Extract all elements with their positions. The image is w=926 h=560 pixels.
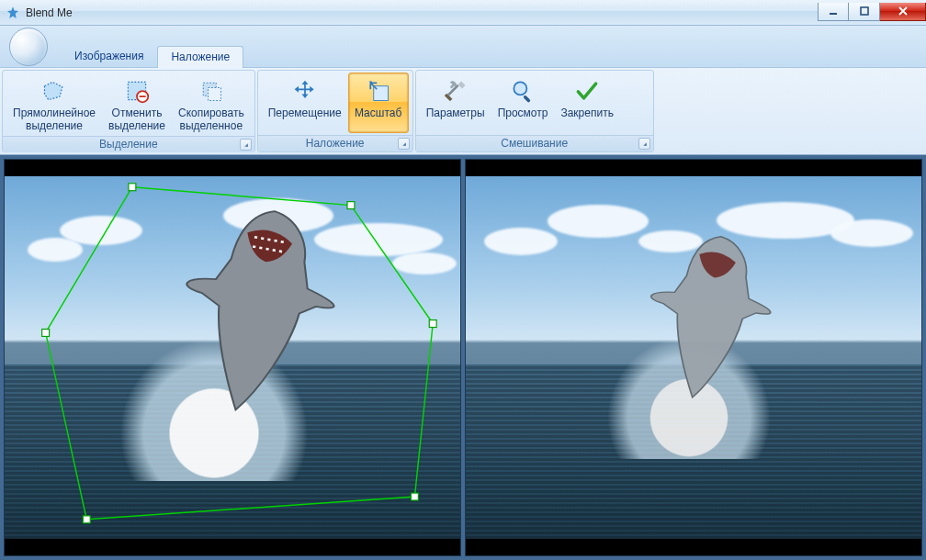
tools-icon bbox=[441, 76, 470, 106]
app-star-icon bbox=[6, 6, 20, 20]
app-orb-button[interactable] bbox=[9, 28, 48, 66]
svg-rect-6 bbox=[208, 88, 220, 101]
ribbon-group-blend-label: Смешивание bbox=[416, 135, 653, 151]
magnifier-icon bbox=[508, 76, 537, 106]
preview-label: Просмотр bbox=[498, 107, 548, 120]
polygonal-selection-label-2: выделение bbox=[26, 120, 83, 133]
svg-marker-11 bbox=[46, 187, 434, 520]
ribbon-body: Прямолинейное выделение Отменить выделен… bbox=[0, 68, 926, 155]
move-arrows-icon bbox=[290, 76, 320, 106]
copy-selection-label-1: Скопировать bbox=[178, 107, 244, 120]
group-overlay-text: Наложение bbox=[306, 137, 365, 150]
ribbon-group-overlay-label: Наложение bbox=[258, 135, 412, 151]
workspace bbox=[0, 155, 926, 560]
svg-rect-4 bbox=[140, 95, 146, 97]
preview-button[interactable]: Просмотр bbox=[491, 73, 555, 133]
scale-button[interactable]: Масштаб bbox=[348, 73, 409, 133]
svg-rect-15 bbox=[411, 493, 418, 500]
window-controls bbox=[818, 5, 926, 21]
target-image-pane[interactable] bbox=[465, 159, 922, 556]
close-button[interactable] bbox=[880, 3, 926, 21]
tab-overlay[interactable]: Наложение bbox=[157, 46, 243, 68]
ribbon-group-selection: Прямолинейное выделение Отменить выделен… bbox=[2, 70, 255, 152]
selection-polygon[interactable] bbox=[5, 160, 460, 552]
move-button[interactable]: Перемещение bbox=[262, 73, 348, 133]
minimize-button[interactable] bbox=[818, 3, 849, 21]
copy-selection-label-2: выделенное bbox=[180, 120, 243, 133]
checkmark-icon bbox=[572, 76, 602, 106]
title-bar: Blend Me bbox=[0, 0, 926, 26]
ribbon-group-selection-label: Выделение bbox=[3, 136, 254, 152]
svg-rect-16 bbox=[83, 516, 90, 523]
group-blend-text: Смешивание bbox=[501, 137, 568, 150]
svg-rect-1 bbox=[861, 7, 868, 15]
polygon-lasso-icon bbox=[40, 76, 69, 106]
ribbon-group-blend: Параметры Просмотр Закрепить Смешивани bbox=[415, 70, 654, 152]
move-label: Перемещение bbox=[268, 107, 342, 120]
ribbon-tabs: Изображения Наложение bbox=[61, 45, 243, 67]
group-blend-launcher[interactable] bbox=[638, 138, 650, 150]
parameters-label: Параметры bbox=[426, 107, 485, 120]
cancel-selection-icon bbox=[122, 76, 152, 106]
maximize-button[interactable] bbox=[849, 3, 880, 21]
cancel-selection-label-1: Отменить bbox=[112, 107, 163, 120]
svg-rect-14 bbox=[429, 320, 436, 328]
svg-rect-0 bbox=[830, 13, 837, 15]
svg-rect-17 bbox=[42, 330, 50, 337]
ribbon-tab-strip: Изображения Наложение bbox=[0, 26, 926, 68]
scale-label: Масштаб bbox=[355, 107, 401, 120]
polygonal-selection-button[interactable]: Прямолинейное выделение bbox=[6, 73, 102, 134]
source-image-pane[interactable] bbox=[4, 159, 461, 556]
cancel-selection-button[interactable]: Отменить выделение bbox=[102, 73, 172, 134]
window-title: Blend Me bbox=[26, 6, 73, 19]
scale-icon bbox=[364, 76, 393, 106]
tab-images[interactable]: Изображения bbox=[61, 45, 157, 67]
copy-selection-button[interactable]: Скопировать выделенное bbox=[172, 73, 251, 134]
commit-button[interactable]: Закрепить bbox=[554, 73, 619, 133]
parameters-button[interactable]: Параметры bbox=[420, 73, 491, 133]
svg-point-9 bbox=[514, 82, 526, 95]
copy-selection-icon bbox=[197, 76, 226, 106]
commit-label: Закрепить bbox=[560, 107, 613, 120]
group-selection-launcher[interactable] bbox=[240, 139, 252, 151]
target-image bbox=[466, 176, 921, 539]
polygonal-selection-label-1: Прямолинейное bbox=[13, 107, 96, 120]
group-overlay-launcher[interactable] bbox=[398, 138, 410, 150]
ribbon-group-overlay: Перемещение Масштаб Наложение bbox=[257, 70, 413, 152]
svg-rect-13 bbox=[347, 202, 355, 209]
cancel-selection-label-2: выделение bbox=[108, 120, 165, 133]
group-selection-text: Выделение bbox=[99, 138, 158, 151]
svg-rect-10 bbox=[523, 95, 531, 103]
svg-rect-12 bbox=[129, 184, 136, 191]
